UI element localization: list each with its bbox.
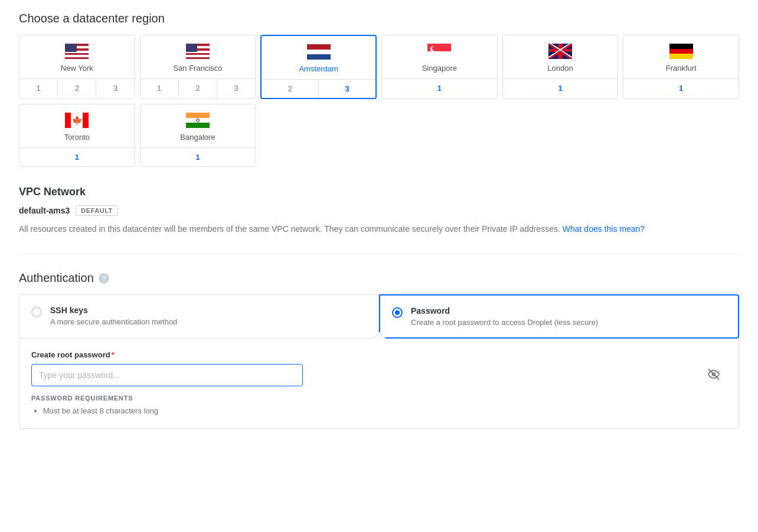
auth-section: Authentication ? SSH keys A more secure … xyxy=(19,271,739,429)
flag-nl-amsterdam xyxy=(307,44,331,60)
auth-card-password[interactable]: Password Create a root password to acces… xyxy=(379,294,739,339)
flag-nl-white xyxy=(307,50,331,55)
vpc-section: VPC Network default-ams3 DEFAULT All res… xyxy=(19,186,739,235)
password-input-wrap xyxy=(31,364,727,386)
region-numbers-new-york: 1 2 3 xyxy=(19,78,135,97)
region-grid-row1: New York 1 2 3 San Francisco 1 2 3 xyxy=(19,35,739,99)
vpc-default-badge: DEFAULT xyxy=(76,205,117,216)
region-num-sf-1[interactable]: 1 xyxy=(141,79,179,97)
region-top-amsterdam: Amsterdam xyxy=(262,36,375,79)
auth-text-ssh: SSH keys A more secure authentication me… xyxy=(50,306,177,326)
region-card-bangalore[interactable]: Bangalore 1 xyxy=(140,104,256,167)
region-num-tor-1[interactable]: 1 xyxy=(19,147,135,166)
eye-icon xyxy=(708,369,720,380)
pw-requirements-list: Must be at least 8 characters long xyxy=(31,406,727,415)
region-card-new-york[interactable]: New York 1 2 3 xyxy=(19,35,135,99)
flag-ca: 🍁 xyxy=(65,113,89,128)
region-num-sf-2[interactable]: 2 xyxy=(179,79,217,97)
region-name-amsterdam: Amsterdam xyxy=(299,64,338,73)
region-top-bangalore: Bangalore xyxy=(141,104,256,147)
region-name-singapore: Singapore xyxy=(422,64,457,73)
region-num-fra-1[interactable]: 1 xyxy=(623,78,739,97)
flag-us-newyork xyxy=(65,44,89,59)
main-page: Choose a datacenter region New York 1 2 … xyxy=(0,0,758,455)
region-top-toronto: 🍁 Toronto xyxy=(19,104,135,147)
flag-de-gold xyxy=(669,54,693,59)
password-section: Create root password* PASSWORD REQUIREME… xyxy=(19,339,739,429)
flag-us-sf xyxy=(186,44,210,59)
flag-uk xyxy=(548,44,572,59)
flag-de xyxy=(669,44,693,59)
region-name-san-francisco: San Francisco xyxy=(173,64,222,73)
region-name-new-york: New York xyxy=(61,64,93,73)
datacenter-section: Choose a datacenter region New York 1 2 … xyxy=(19,12,739,167)
region-num-ban-1[interactable]: 1 xyxy=(141,147,256,166)
region-grid-row2: 🍁 Toronto 1 Bangalore xyxy=(19,104,739,167)
region-top-san-francisco: San Francisco xyxy=(141,35,256,78)
ssh-radio[interactable] xyxy=(31,307,42,317)
required-star: * xyxy=(112,350,115,359)
region-num-lon-1[interactable]: 1 xyxy=(503,78,618,97)
toggle-password-visibility-button[interactable] xyxy=(708,369,720,382)
region-numbers-amsterdam: 2 3 xyxy=(262,79,375,98)
password-field-label: Create root password* xyxy=(31,350,727,359)
auth-help-icon[interactable]: ? xyxy=(99,273,109,284)
auth-title-row: Authentication ? xyxy=(19,271,739,285)
region-top-frankfurt: Frankfurt xyxy=(623,35,739,78)
region-card-frankfurt[interactable]: Frankfurt 1 xyxy=(623,35,739,99)
flag-in-white xyxy=(186,118,210,123)
region-name-toronto: Toronto xyxy=(64,133,90,142)
auth-text-password: Password Create a root password to acces… xyxy=(411,306,598,327)
flag-in xyxy=(186,113,210,128)
region-num-ams-2[interactable]: 2 xyxy=(262,80,319,98)
region-name-bangalore: Bangalore xyxy=(180,133,215,142)
vpc-name-row: default-ams3 DEFAULT xyxy=(19,205,739,216)
section-divider xyxy=(19,254,739,255)
region-num-ny-1[interactable]: 1 xyxy=(19,79,58,97)
password-label: Password xyxy=(411,306,598,316)
region-num-ny-3[interactable]: 3 xyxy=(96,79,134,97)
vpc-title: VPC Network xyxy=(19,186,739,198)
flag-in-orange xyxy=(186,113,210,118)
region-top-london: London xyxy=(503,35,618,78)
flag-de-black xyxy=(669,44,693,49)
vpc-link[interactable]: What does this mean? xyxy=(563,224,645,234)
flag-sg xyxy=(427,44,451,59)
region-num-ams-3[interactable]: 3 xyxy=(319,80,375,98)
auth-title: Authentication xyxy=(19,271,94,285)
vpc-description: All resources created in this datacenter… xyxy=(19,223,739,235)
region-num-sf-3[interactable]: 3 xyxy=(217,79,255,97)
region-card-london[interactable]: London 1 xyxy=(502,35,619,99)
ssh-label: SSH keys xyxy=(50,306,177,315)
region-num-ny-2[interactable]: 2 xyxy=(58,79,96,97)
auth-card-ssh[interactable]: SSH keys A more secure authentication me… xyxy=(19,294,379,339)
flag-de-red xyxy=(669,49,693,54)
password-input[interactable] xyxy=(31,364,303,386)
region-name-frankfurt: Frankfurt xyxy=(666,64,697,73)
region-num-sg-1[interactable]: 1 xyxy=(382,78,497,97)
region-card-toronto[interactable]: 🍁 Toronto 1 xyxy=(19,104,135,167)
password-description: Create a root password to access Droplet… xyxy=(411,318,598,327)
region-name-london: London xyxy=(547,64,573,73)
flag-nl-blue xyxy=(307,54,331,60)
region-top-singapore: Singapore xyxy=(382,35,497,78)
ssh-description: A more secure authentication method xyxy=(50,317,177,326)
pw-requirements-label: PASSWORD REQUIREMENTS xyxy=(31,395,727,402)
flag-in-green xyxy=(186,123,210,128)
region-card-san-francisco[interactable]: San Francisco 1 2 3 xyxy=(140,35,256,99)
pw-req-item-1: Must be at least 8 characters long xyxy=(43,406,727,415)
region-numbers-san-francisco: 1 2 3 xyxy=(141,78,256,97)
password-radio[interactable] xyxy=(392,307,403,318)
region-card-amsterdam[interactable]: Amsterdam 2 3 xyxy=(260,35,377,99)
region-top-new-york: New York xyxy=(19,35,135,78)
vpc-name: default-ams3 xyxy=(19,206,70,215)
radio-inner-dot xyxy=(395,310,400,315)
flag-nl-red xyxy=(307,44,331,50)
datacenter-title: Choose a datacenter region xyxy=(19,12,739,25)
region-card-singapore[interactable]: Singapore 1 xyxy=(381,35,498,99)
